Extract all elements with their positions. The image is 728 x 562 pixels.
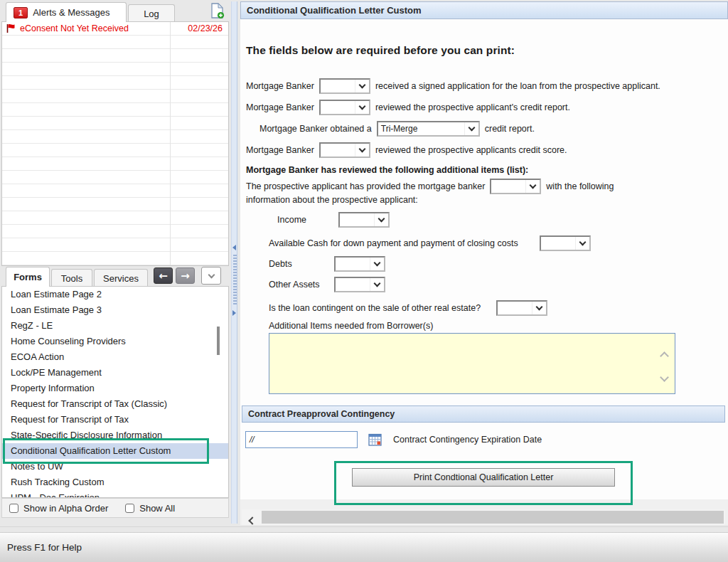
back-arrow-button[interactable]: ← [154,267,173,284]
splitter-grip [233,255,237,306]
status-bar: Press F1 for Help [0,532,728,562]
forms-tabbar: Forms Tools Services ← → [1,265,229,286]
chevron-down-icon [355,101,369,114]
row-loan-contingent: Is the loan contingent on the sale of ot… [269,300,547,316]
additional-items-textarea[interactable] [269,333,675,394]
forms-list-item[interactable]: ECOA Action [2,349,228,365]
para-before-text: The prospective applicant has provided t… [246,181,485,191]
forms-list-item[interactable]: Loan Estimate Page 3 [2,302,228,318]
forms-list-item[interactable]: State-Specific Disclosure Information [2,428,228,443]
forms-list-item[interactable]: Request for Transcript of Tax [2,412,228,428]
alert-row-empty [2,252,228,265]
new-document-icon[interactable] [210,3,225,22]
forms-list-item[interactable]: Home Counseling Providers [2,334,228,349]
forms-list-scrollbar[interactable] [217,327,220,355]
row-income: Income [277,212,390,228]
available-cash-combo[interactable] [540,235,591,251]
alert-row-empty [2,211,228,225]
alert-row-empty [2,90,228,103]
alerts-empty-rows [2,36,228,265]
forms-list-item[interactable]: Property Information [2,381,228,396]
alert-row-empty [2,157,228,171]
scroll-up-icon[interactable] [661,349,668,362]
row-signed-application: Mortgage Banker received a signed applic… [246,78,660,94]
alert-row-empty [2,225,228,238]
credit-score-reviewed-combo[interactable] [319,142,370,158]
forms-list-item[interactable]: Notes to UW [2,459,228,474]
alert-row-empty [2,103,228,117]
forward-arrow-button[interactable]: → [176,267,195,284]
row-credit-report-reviewed: Mortgage Banker reviewed the prospective… [246,100,570,115]
row3-text: credit report. [485,124,535,134]
contingent-combo[interactable] [496,300,547,316]
contingency-date-input[interactable]: // [245,431,358,448]
scroll-down-icon[interactable] [661,371,668,383]
chevron-down-icon [355,80,369,92]
alerts-column-divider [170,22,171,265]
row-applicant-provided-line2: information about the prospective applic… [246,195,418,205]
forms-list-item[interactable]: Rush Tracking Custom [2,474,228,490]
print-letter-button[interactable]: Print Condtional Qualification Letter [352,468,615,487]
tab-tools[interactable]: Tools [51,269,92,287]
contingent-label: Is the loan contingent on the sale of ot… [269,303,491,313]
credit-report-reviewed-combo[interactable] [319,100,370,115]
other-assets-combo[interactable] [334,277,385,292]
show-alpha-order-checkbox[interactable] [9,504,18,513]
other-assets-label: Other Assets [269,280,329,290]
tab-forms[interactable]: Forms [6,267,50,287]
form-groups-dropdown-button[interactable] [201,267,221,285]
chevron-down-icon [464,122,478,135]
panel-splitter[interactable] [230,1,239,524]
forms-list-item[interactable]: RegZ - LE [2,318,228,334]
calendar-icon[interactable] [368,433,382,447]
contract-preapproval-section-header: Contract Preapproval Contingency [242,405,725,423]
applicant-provided-combo[interactable] [490,179,541,194]
form-panel: Conditional Qualification Letter Custom … [240,1,728,525]
show-alpha-order-label: Show in Alpha Order [23,503,108,514]
show-all-checkbox[interactable] [125,504,134,513]
horizontal-scrollbar[interactable] [242,509,725,525]
alert-row-empty [2,36,228,49]
row2-label: Mortgage Banker [246,102,314,112]
forms-list-item[interactable]: Request for Transcript of Tax (Classic) [2,396,228,412]
contingency-date-label: Contract Contingency Expiration Date [393,435,542,445]
right-arrow-icon: → [181,270,190,282]
row-debts: Debts [269,256,385,272]
credit-report-type-combo[interactable]: Tri-Merge [377,121,480,137]
alert-row-empty [2,49,228,63]
alerts-tab-label: Alerts & Messages [33,7,109,18]
splitter-expand-icon [232,310,236,316]
alert-row-empty [2,76,228,90]
show-all-label: Show All [139,503,175,514]
splitter-collapse-icon [232,245,236,250]
chevron-down-icon [370,258,384,270]
chevron-down-icon [374,213,388,226]
chevron-down-icon [532,302,546,314]
scrollbar-thumb[interactable] [262,511,724,524]
left-panel: 1 Alerts & Messages Log [1,1,229,524]
forms-list-item[interactable]: Lock/PE Management [2,365,228,381]
income-combo[interactable] [338,212,390,228]
signed-application-combo[interactable] [319,78,370,94]
row2-text: reviewed the prospective applicant's cre… [375,102,570,112]
row-credit-score-reviewed: Mortgage Banker reviewed the prospective… [246,142,567,158]
alert-row-econsent[interactable]: eConsent Not Yet Received 02/23/26 [2,22,228,36]
log-tab-label: Log [144,9,159,19]
row-credit-report-type: Mortgage Banker obtained a Tri-Merge cre… [259,121,535,137]
services-tab-label: Services [103,273,139,284]
row-contingency-date: // Contract Contingency Expiration Date [245,431,542,448]
tab-alerts-messages[interactable]: 1 Alerts & Messages [6,2,127,22]
tab-log[interactable]: Log [128,4,175,22]
forms-list-item[interactable]: UPM - Doc Expiration [2,490,228,498]
additional-items-label: Additional Items needed from Borrower(s) [269,321,433,331]
tab-services[interactable]: Services [94,269,148,287]
alert-date: 02/23/26 [188,22,223,36]
form-title-bar: Conditional Qualification Letter Custom [240,1,728,19]
income-label: Income [277,215,333,225]
forms-list-item[interactable]: Conditional Qualification Letter Custom [2,443,228,459]
scroll-left-icon[interactable] [247,514,255,526]
debts-combo[interactable] [334,256,385,272]
forms-list-item[interactable]: Loan Estimate Page 2 [2,287,228,302]
chevron-down-icon [525,180,540,193]
row3-label: Mortgage Banker obtained a [259,124,372,134]
